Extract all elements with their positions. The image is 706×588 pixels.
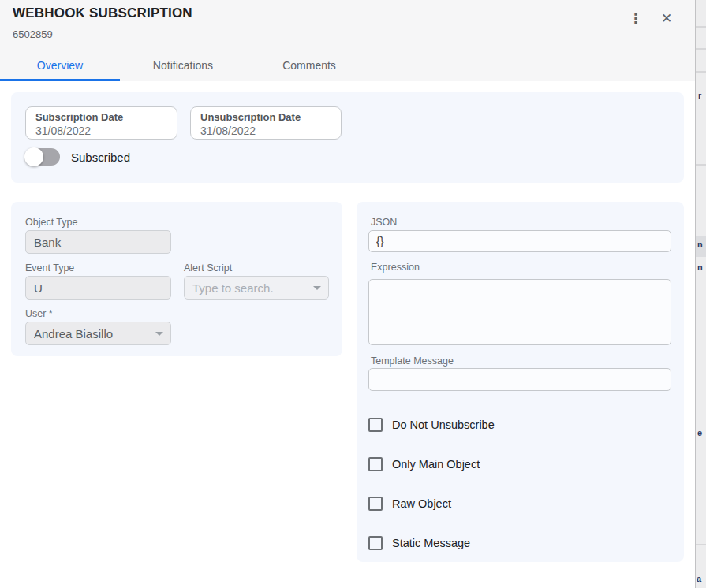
- alert-script-label: Alert Script: [184, 262, 232, 274]
- subscribed-toggle[interactable]: [25, 148, 60, 166]
- user-select[interactable]: [25, 322, 171, 345]
- json-input[interactable]: [368, 230, 671, 252]
- object-type-input[interactable]: [25, 230, 171, 254]
- details-panel: Object Type Event Type Alert Script User…: [11, 202, 342, 356]
- tab-notifications[interactable]: Notifications: [120, 50, 246, 81]
- alert-script-input[interactable]: [184, 276, 329, 300]
- object-type-label: Object Type: [25, 217, 77, 228]
- checkbox-row-do-not-unsubscribe: Do Not Unsubscribe: [368, 417, 495, 433]
- do-not-unsubscribe-checkbox[interactable]: [368, 418, 383, 432]
- subscription-date-label: Subscription Date: [35, 111, 167, 123]
- expression-textarea[interactable]: [368, 279, 671, 345]
- cutoff-text-fragment: n: [697, 240, 703, 250]
- dialog-header: WEBHOOK SUBSCRIPTION 6502859 ⋮ ✕ Overvie…: [0, 0, 695, 81]
- raw-object-checkbox[interactable]: [368, 497, 383, 511]
- tab-notifications-label: Notifications: [153, 59, 213, 72]
- cutoff-text-fragment: a: [697, 574, 701, 584]
- kebab-menu-icon[interactable]: ⋮: [626, 8, 646, 28]
- dialog-subtitle: 6502859: [13, 28, 53, 40]
- close-icon[interactable]: ✕: [656, 8, 677, 28]
- tab-comments[interactable]: Comments: [246, 50, 372, 81]
- cutoff-text-fragment: r: [698, 91, 701, 101]
- unsubscription-date-field[interactable]: Unsubscription Date 31/08/2022: [190, 106, 342, 140]
- background-page-strip: r n n e a: [695, 0, 706, 588]
- user-input[interactable]: [25, 322, 171, 345]
- message-panel: JSON Expression Template Message Do Not …: [357, 202, 684, 562]
- checkbox-row-only-main-object: Only Main Object: [368, 456, 480, 472]
- strip-divider: [696, 26, 706, 28]
- webhook-subscription-dialog: WEBHOOK SUBSCRIPTION 6502859 ⋮ ✕ Overvie…: [0, 0, 695, 588]
- event-type-input[interactable]: [25, 276, 171, 300]
- template-message-label: Template Message: [371, 355, 454, 367]
- subscribed-toggle-row: Subscribed: [25, 148, 130, 166]
- strip-divider: [696, 71, 706, 73]
- cutoff-text-fragment: e: [697, 428, 702, 438]
- cutoff-text-fragment: n: [697, 262, 703, 273]
- subscription-date-value: 31/08/2022: [35, 125, 167, 137]
- checkbox-row-raw-object: Raw Object: [368, 496, 451, 512]
- subscription-date-field[interactable]: Subscription Date 31/08/2022: [25, 106, 177, 140]
- tab-comments-label: Comments: [282, 59, 336, 72]
- static-message-checkbox[interactable]: [368, 536, 383, 550]
- toggle-knob: [24, 147, 43, 166]
- static-message-label: Static Message: [392, 537, 470, 549]
- screen: WEBHOOK SUBSCRIPTION 6502859 ⋮ ✕ Overvie…: [0, 0, 706, 588]
- unsubscription-date-label: Unsubscription Date: [200, 111, 331, 123]
- alert-script-select[interactable]: [184, 276, 329, 300]
- only-main-object-checkbox[interactable]: [368, 457, 383, 471]
- dialog-title: WEBHOOK SUBSCRIPTION: [13, 6, 192, 21]
- json-label: JSON: [371, 217, 397, 228]
- subscription-panel: Subscription Date 31/08/2022 Unsubscript…: [11, 92, 684, 183]
- only-main-object-label: Only Main Object: [392, 458, 480, 471]
- do-not-unsubscribe-label: Do Not Unsubscribe: [392, 419, 495, 431]
- user-label: User *: [25, 308, 53, 319]
- raw-object-label: Raw Object: [392, 497, 451, 510]
- expression-label: Expression: [371, 262, 420, 273]
- strip-divider: [696, 544, 706, 545]
- subscribed-toggle-label: Subscribed: [71, 151, 130, 164]
- unsubscription-date-value: 31/08/2022: [200, 125, 331, 137]
- event-type-label: Event Type: [25, 262, 74, 274]
- strip-divider: [696, 48, 706, 50]
- strip-divider: [696, 164, 706, 166]
- tab-overview-label: Overview: [37, 59, 83, 72]
- tab-bar: Overview Notifications Comments: [0, 50, 372, 81]
- active-tab-underline: [0, 79, 120, 81]
- checkbox-row-static-message: Static Message: [368, 535, 470, 551]
- tab-overview[interactable]: Overview: [0, 50, 120, 81]
- template-message-input[interactable]: [368, 368, 671, 391]
